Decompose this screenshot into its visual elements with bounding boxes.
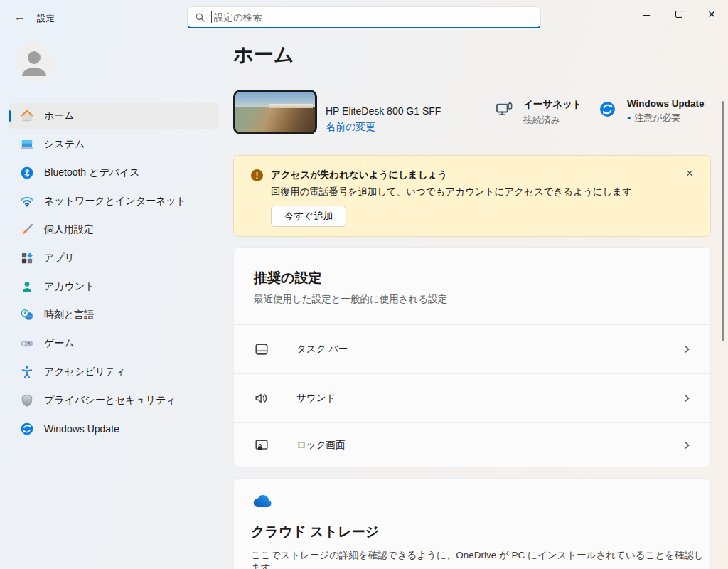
sound-icon bbox=[254, 390, 269, 406]
gaming-icon bbox=[20, 336, 34, 351]
cloud-storage-description: ここでストレージの詳細を確認できるように、OneDrive が PC にインスト… bbox=[251, 549, 710, 569]
cloud-storage-title: クラウド ストレージ bbox=[251, 523, 379, 541]
page-title: ホーム bbox=[233, 41, 294, 68]
sidebar-item-label: ゲーム bbox=[44, 337, 75, 350]
banner-title: アクセスが失われないようにしましょう bbox=[271, 169, 447, 181]
home-icon bbox=[20, 109, 34, 123]
windows-update-title: Windows Update bbox=[627, 98, 705, 109]
sidebar-nav: ホーム システム Bluetooth とデバイス ネットワークとインターネット bbox=[0, 103, 228, 445]
row-label: タスク バー bbox=[296, 343, 348, 356]
banner-close-icon[interactable]: × bbox=[682, 166, 697, 181]
row-label: ロック画面 bbox=[296, 439, 345, 452]
vertical-scrollbar-thumb[interactable] bbox=[722, 101, 724, 341]
attention-dot: • bbox=[627, 115, 631, 122]
window-controls: – × bbox=[630, 0, 728, 28]
row-label: サウンド bbox=[296, 392, 336, 405]
sidebar-item-gaming[interactable]: ゲーム bbox=[9, 331, 219, 356]
recommended-row-sound[interactable]: サウンド bbox=[234, 373, 710, 422]
bluetooth-icon bbox=[20, 166, 34, 180]
sidebar-item-accounts[interactable]: アカウント bbox=[9, 274, 219, 299]
close-button[interactable]: × bbox=[695, 0, 728, 28]
apps-icon bbox=[20, 251, 34, 265]
banner-description: 回復用の電話番号を追加して、いつでもアカウントにアクセスできるようにします bbox=[271, 186, 632, 198]
account-warning-banner: ! アクセスが失われないようにしましょう 回復用の電話番号を追加して、いつでもア… bbox=[233, 155, 711, 237]
minimize-icon: – bbox=[643, 11, 650, 18]
app-title: 設定 bbox=[37, 13, 55, 25]
windows-update-icon bbox=[599, 100, 617, 119]
sidebar-item-label: 個人用設定 bbox=[44, 223, 94, 236]
sidebar-item-label: アカウント bbox=[44, 280, 95, 293]
sidebar-item-apps[interactable]: アプリ bbox=[9, 245, 219, 271]
add-now-button[interactable]: 今すぐ追加 bbox=[271, 206, 346, 227]
rename-device-link[interactable]: 名前の変更 bbox=[326, 121, 375, 134]
warning-icon: ! bbox=[251, 169, 263, 181]
sidebar-item-label: システム bbox=[44, 138, 85, 151]
cloud-storage-card: クラウド ストレージ ここでストレージの詳細を確認できるように、OneDrive… bbox=[233, 478, 711, 569]
sidebar-item-label: Bluetooth とデバイス bbox=[44, 166, 140, 179]
accessibility-icon bbox=[20, 365, 34, 379]
personalization-icon bbox=[20, 223, 34, 237]
chevron-right-icon bbox=[682, 440, 692, 450]
ethernet-icon bbox=[495, 100, 513, 119]
maximize-button[interactable] bbox=[663, 0, 695, 28]
sidebar-item-label: ネットワークとインターネット bbox=[44, 195, 186, 208]
lock-screen-icon bbox=[254, 437, 269, 453]
recommended-title: 推奨の設定 bbox=[254, 269, 321, 287]
onedrive-icon bbox=[251, 490, 274, 513]
minimize-button[interactable]: – bbox=[630, 0, 663, 28]
search-input[interactable] bbox=[214, 12, 533, 23]
sidebar-item-label: ホーム bbox=[44, 110, 75, 122]
windows-update-icon bbox=[20, 422, 34, 436]
recommended-settings-card: 推奨の設定 最近使用した設定と一般的に使用される設定 タスク バー サウンド ロ… bbox=[233, 247, 711, 467]
device-thumbnail bbox=[233, 90, 317, 134]
sidebar-item-bluetooth-devices[interactable]: Bluetooth とデバイス bbox=[9, 160, 219, 186]
sidebar: ホーム システム Bluetooth とデバイス ネットワークとインターネット bbox=[0, 34, 228, 569]
settings-search-box[interactable] bbox=[187, 6, 541, 28]
sidebar-item-label: アプリ bbox=[44, 252, 75, 265]
sidebar-item-network-internet[interactable]: ネットワークとインターネット bbox=[9, 188, 219, 214]
network-icon bbox=[20, 194, 34, 208]
system-icon bbox=[20, 137, 34, 151]
close-icon: × bbox=[708, 7, 716, 22]
sidebar-item-label: Windows Update bbox=[44, 423, 119, 435]
sidebar-item-privacy-security[interactable]: プライバシーとセキュリティ bbox=[9, 388, 219, 413]
chevron-right-icon bbox=[682, 344, 692, 354]
windows-update-status-card[interactable]: Windows Update • 注意が必要 bbox=[599, 98, 705, 124]
ethernet-status-card[interactable]: イーサネット 接続済み bbox=[495, 98, 582, 127]
recommended-row-taskbar[interactable]: タスク バー bbox=[234, 324, 710, 373]
recommended-subtitle: 最近使用した設定と一般的に使用される設定 bbox=[254, 293, 447, 306]
recommended-row-lock-screen[interactable]: ロック画面 bbox=[234, 422, 710, 467]
accounts-icon bbox=[20, 280, 34, 294]
windows-update-subtitle: 注意が必要 bbox=[634, 112, 680, 124]
sidebar-item-label: プライバシーとセキュリティ bbox=[44, 394, 176, 407]
ethernet-subtitle: 接続済み bbox=[523, 114, 582, 127]
device-wallpaper-image bbox=[235, 92, 315, 132]
sidebar-item-personalization[interactable]: 個人用設定 bbox=[9, 217, 219, 243]
text-caret bbox=[211, 11, 212, 23]
device-name: HP EliteDesk 800 G1 SFF bbox=[326, 105, 441, 117]
sidebar-item-home[interactable]: ホーム bbox=[9, 103, 219, 129]
sidebar-item-label: アクセシビリティ bbox=[44, 366, 126, 378]
sidebar-item-windows-update[interactable]: Windows Update bbox=[9, 416, 219, 442]
sidebar-item-label: 時刻と言語 bbox=[44, 309, 94, 321]
search-icon bbox=[195, 12, 205, 23]
back-button[interactable]: ← bbox=[11, 9, 28, 25]
ethernet-title: イーサネット bbox=[523, 98, 582, 111]
maximize-icon bbox=[675, 11, 682, 18]
sidebar-item-accessibility[interactable]: アクセシビリティ bbox=[9, 359, 219, 385]
sidebar-item-time-language[interactable]: 時刻と言語 bbox=[9, 302, 219, 328]
chevron-right-icon bbox=[682, 393, 692, 403]
privacy-security-icon bbox=[20, 393, 34, 408]
avatar bbox=[14, 43, 54, 83]
sidebar-item-system[interactable]: システム bbox=[9, 132, 219, 157]
time-language-icon bbox=[20, 308, 34, 322]
taskbar-icon bbox=[254, 341, 269, 357]
